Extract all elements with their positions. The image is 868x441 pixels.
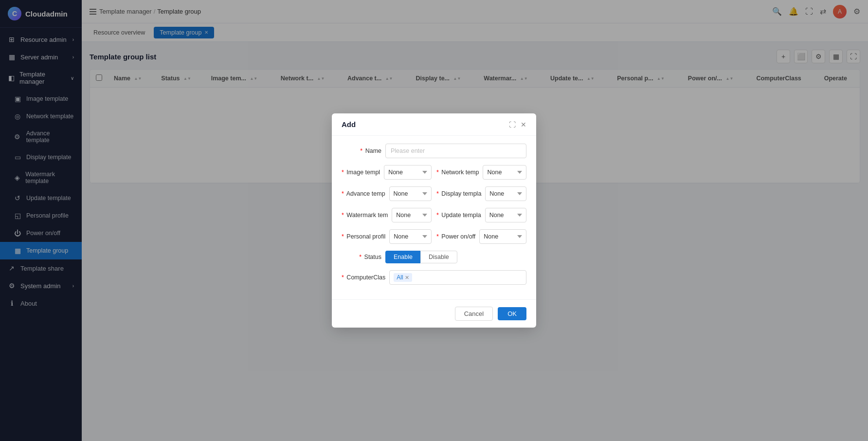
form-row-watermark-update: * Watermark tem None * Update templa Non… (342, 208, 526, 222)
select-watermark-template[interactable]: None (392, 208, 432, 222)
label-status: * Status (342, 254, 385, 260)
modal-header-icons: ⛶ ✕ (509, 121, 526, 129)
form-row-advance-display: * Advance temp None * Display templa Non… (342, 186, 526, 201)
label-personal-profile: * Personal profil (342, 233, 389, 240)
field-display-template: * Display templa None (436, 186, 526, 201)
form-row-status: * Status Enable Disable (342, 251, 526, 263)
computer-class-tag-input[interactable]: All ✕ (389, 270, 526, 285)
field-personal-profile: * Personal profil None (342, 229, 432, 244)
modal-body: * Name * Image templ None (332, 136, 536, 299)
label-image-template: * Image templ (342, 169, 384, 176)
label-advance-template: * Advance temp (342, 190, 389, 197)
modal-header: Add ⛶ ✕ (332, 113, 536, 136)
form-row-name: * Name (342, 144, 526, 158)
label-name: * Name (342, 147, 385, 154)
status-disable-button[interactable]: Disable (420, 251, 457, 263)
status-toggle: Enable Disable (385, 251, 457, 263)
label-update-template: * Update templa (436, 212, 485, 219)
label-computer-class: * ComputerClas (342, 274, 389, 281)
select-power-on-off[interactable]: None (479, 229, 526, 244)
modal-close-icon[interactable]: ✕ (521, 121, 526, 129)
status-enable-button[interactable]: Enable (385, 251, 420, 263)
label-network-template: * Network temp (436, 169, 483, 176)
ok-button[interactable]: OK (498, 307, 526, 320)
input-name[interactable] (385, 144, 526, 158)
modal-overlay: Add ⛶ ✕ * Name * Image templ (0, 0, 868, 441)
form-row-computer-class: * ComputerClas All ✕ (342, 270, 526, 285)
field-update-template: * Update templa None (436, 208, 526, 222)
required-star-name: * (360, 147, 362, 154)
add-modal: Add ⛶ ✕ * Name * Image templ (332, 113, 536, 328)
form-row-image-network: * Image templ None * Network temp None (342, 165, 526, 180)
field-power-on-off: * Power on/off None (436, 229, 526, 244)
select-advance-template[interactable]: None (389, 186, 432, 201)
label-power-on-off: * Power on/off (436, 233, 479, 240)
modal-footer: Cancel OK (332, 299, 536, 328)
label-watermark-template: * Watermark tem (342, 212, 392, 219)
field-network-template: * Network temp None (436, 165, 526, 180)
tag-remove-all[interactable]: ✕ (405, 275, 409, 281)
field-image-template: * Image templ None (342, 165, 432, 180)
select-personal-profile[interactable]: None (389, 229, 432, 244)
modal-title: Add (342, 120, 356, 129)
select-image-template[interactable]: None (384, 165, 432, 180)
label-display-template: * Display templa (436, 190, 485, 197)
select-network-template[interactable]: None (483, 165, 526, 180)
cancel-button[interactable]: Cancel (455, 307, 493, 321)
tag-all: All ✕ (394, 273, 412, 282)
modal-expand-icon[interactable]: ⛶ (509, 121, 516, 129)
select-update-template[interactable]: None (485, 208, 526, 222)
select-display-template[interactable]: None (485, 186, 526, 201)
form-row-personal-power: * Personal profil None * Power on/off No… (342, 229, 526, 244)
field-advance-template: * Advance temp None (342, 186, 432, 201)
field-watermark-template: * Watermark tem None (342, 208, 432, 222)
